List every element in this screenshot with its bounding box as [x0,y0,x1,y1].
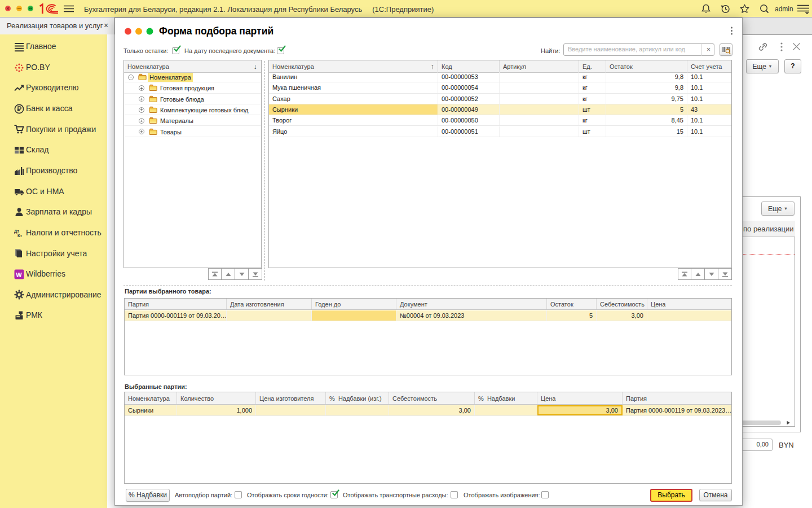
svg-text:W: W [16,271,22,278]
svg-text:Кт: Кт [17,233,23,238]
